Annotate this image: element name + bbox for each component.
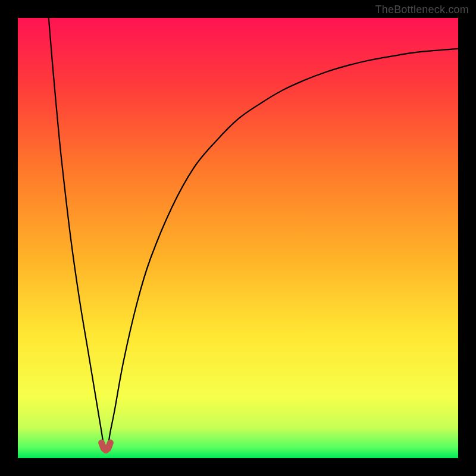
chart-svg <box>18 18 458 458</box>
watermark-text: TheBottleneck.com <box>375 4 469 16</box>
chart-background <box>18 18 458 458</box>
chart-frame <box>18 18 458 458</box>
